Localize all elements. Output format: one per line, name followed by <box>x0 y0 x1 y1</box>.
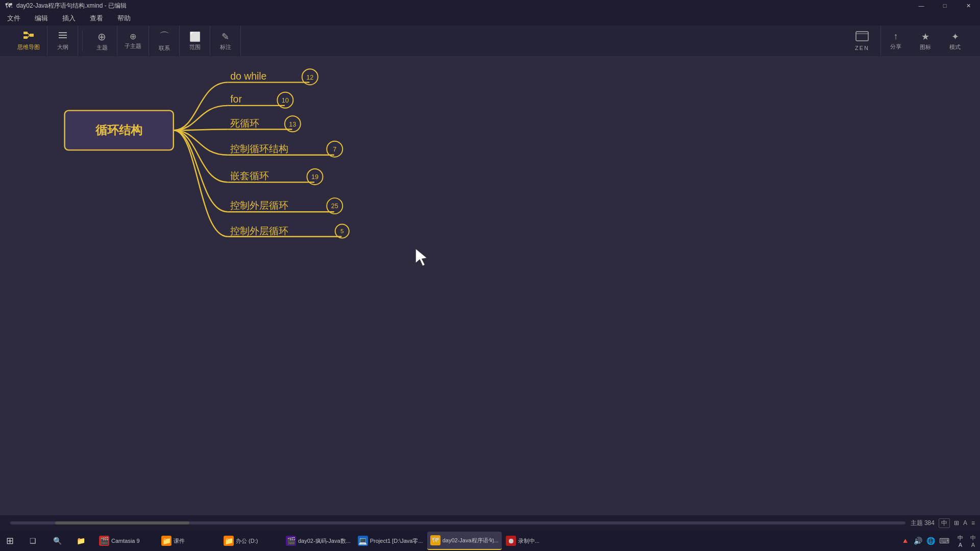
add-boundary-icon: ⬜ <box>189 31 201 42</box>
courses-icon: 📁 <box>161 536 172 546</box>
svg-rect-4 <box>30 34 34 37</box>
icon-button[interactable]: ★ 图标 <box>911 26 940 56</box>
record-label: 录制中... <box>518 537 540 545</box>
zen-label: ZEN <box>855 45 869 51</box>
svg-text:5: 5 <box>340 228 344 234</box>
outline-view-label: 大纲 <box>57 43 68 51</box>
share-label: 分享 <box>890 43 901 51</box>
svg-rect-1 <box>23 36 28 39</box>
add-note-label: 标注 <box>220 43 231 51</box>
menu-insert[interactable]: 插入 <box>59 13 79 24</box>
system-clock[interactable]: 中 A <box>953 534 967 548</box>
zen-icon <box>855 31 869 45</box>
add-relation-button[interactable]: ⌒ 联系 <box>149 26 180 56</box>
tray-icon-1[interactable]: 🔺 <box>900 536 911 546</box>
filemanager-button[interactable]: 📁 <box>72 532 95 550</box>
tray-icon-ime[interactable]: ⌨ <box>938 536 950 546</box>
svg-line-2 <box>28 33 30 36</box>
record-icon: ⏺ <box>506 536 516 546</box>
zen-button[interactable]: ZEN <box>844 26 881 56</box>
menu-help[interactable]: 帮助 <box>114 13 134 24</box>
svg-rect-8 <box>856 32 868 41</box>
day02-xmind-icon: 🗺 <box>430 535 440 545</box>
menu-view[interactable]: 查看 <box>87 13 106 24</box>
svg-text:12: 12 <box>306 74 313 81</box>
outline-icon <box>58 31 68 42</box>
svg-rect-0 <box>23 32 28 34</box>
day02-video-label: day02-疯码-Java数... <box>298 537 351 545</box>
zoom-level: 中 <box>939 518 950 528</box>
add-main-topic-button[interactable]: ⊕ 主题 <box>87 26 117 56</box>
window-title: day02-Java程序语句结构.xmind - 已编辑 <box>16 2 127 10</box>
project1-icon: 💻 <box>358 536 368 546</box>
ime-en[interactable]: A <box>971 542 975 548</box>
icon-icon: ★ <box>921 31 929 42</box>
app-logo: 🗺 <box>5 2 12 10</box>
project1-label: Project1 [D:\Java零... <box>370 537 423 545</box>
svg-text:19: 19 <box>311 173 318 181</box>
taskbar-app-record[interactable]: ⏺ 录制中... <box>503 532 564 550</box>
window-controls: — □ ✕ <box>910 0 980 11</box>
menu-file[interactable]: 文件 <box>4 13 23 24</box>
taskbar-app-office[interactable]: 📁 办公 (D:) <box>220 532 282 550</box>
share-button[interactable]: ↑ 分享 <box>881 26 911 56</box>
add-child-topic-label: 子主题 <box>125 42 141 50</box>
close-button[interactable]: ✕ <box>957 0 980 11</box>
svg-text:循环结构: 循环结构 <box>95 123 142 137</box>
add-relation-label: 联系 <box>159 44 170 52</box>
office-icon: 📁 <box>224 536 234 546</box>
mindmap-view-label: 思维导图 <box>17 43 40 51</box>
taskbar-app-day02-xmind[interactable]: 🗺 day02-Java程序语句... <box>427 532 502 550</box>
mindmap-view-button[interactable]: 思维导图 <box>10 26 47 56</box>
svg-text:10: 10 <box>282 97 289 104</box>
search-button[interactable]: 🔍 <box>49 532 71 550</box>
share-icon: ↑ <box>894 31 898 42</box>
tray-icon-network[interactable]: 🌐 <box>925 536 936 546</box>
menu-edit[interactable]: 编辑 <box>32 13 51 24</box>
style-button[interactable]: ✦ 模式 <box>940 26 970 56</box>
add-child-topic-button[interactable]: ⊕ 子主题 <box>117 26 149 56</box>
start-button[interactable]: ⊞ <box>2 532 24 550</box>
mindmap-view-icon <box>23 31 34 42</box>
menu-bar: 文件 编辑 插入 查看 帮助 <box>0 11 980 26</box>
add-child-topic-icon: ⊕ <box>130 32 136 41</box>
title-bar: 🗺 day02-Java程序语句结构.xmind - 已编辑 — □ ✕ <box>0 0 980 11</box>
style-icon: ✦ <box>951 31 959 42</box>
svg-text:for: for <box>230 93 242 105</box>
add-main-topic-icon: ⊕ <box>97 31 106 43</box>
day02-video-icon: 🎬 <box>286 536 296 546</box>
node-count: 主题 384 <box>911 519 935 528</box>
svg-text:控制循环结构: 控制循环结构 <box>230 143 288 154</box>
courses-label: 课件 <box>174 537 185 545</box>
add-boundary-button[interactable]: ⬜ 范围 <box>180 26 210 56</box>
camtasia-label: Camtasia 9 <box>111 538 140 544</box>
taskbar: ⊞ ❑ 🔍 📁 🎬 Camtasia 9 📁 课件 📁 办公 (D:) 🎬 da… <box>0 531 980 551</box>
taskbar-app-day02-video[interactable]: 🎬 day02-疯码-Java数... <box>283 532 354 550</box>
canvas-area[interactable]: 循环结构 do while 12 for <box>0 56 980 536</box>
day02-xmind-label: day02-Java程序语句... <box>443 537 499 544</box>
toolbar: 思维导图 大纲 ⊕ 主题 ⊕ 子主题 ⌒ 联系 ⬜ 范围 ✎ 标注 <box>0 26 980 56</box>
taskbar-app-project1[interactable]: 💻 Project1 [D:\Java零... <box>355 532 426 550</box>
clock-ime: A <box>958 542 963 548</box>
ime-zh[interactable]: 中 <box>970 534 976 542</box>
clock-lang: 中 <box>958 534 963 542</box>
taskbar-app-courses[interactable]: 📁 课件 <box>158 532 219 550</box>
add-note-button[interactable]: ✎ 标注 <box>210 26 241 56</box>
view-icon-1: ⊞ <box>954 519 959 527</box>
icon-label: 图标 <box>920 43 931 51</box>
taskview-button[interactable]: ❑ <box>26 532 48 550</box>
tray-icon-sound[interactable]: 🔊 <box>913 536 923 546</box>
svg-marker-40 <box>416 249 427 266</box>
add-relation-icon: ⌒ <box>159 30 169 43</box>
outline-view-button[interactable]: 大纲 <box>47 26 78 56</box>
mindmap-svg: 循环结构 do while 12 for <box>0 56 980 536</box>
view-icon-2: A <box>963 519 967 527</box>
status-info: 主题 384 中 ⊞ A ≡ <box>911 518 975 528</box>
maximize-button[interactable]: □ <box>933 0 957 11</box>
status-bar: 主题 384 中 ⊞ A ≡ <box>0 515 980 531</box>
taskbar-app-camtasia[interactable]: 🎬 Camtasia 9 <box>96 532 157 550</box>
svg-text:死循环: 死循环 <box>230 117 259 129</box>
minimize-button[interactable]: — <box>910 0 933 11</box>
camtasia-icon: 🎬 <box>99 536 109 546</box>
view-icon-3: ≡ <box>971 519 975 527</box>
